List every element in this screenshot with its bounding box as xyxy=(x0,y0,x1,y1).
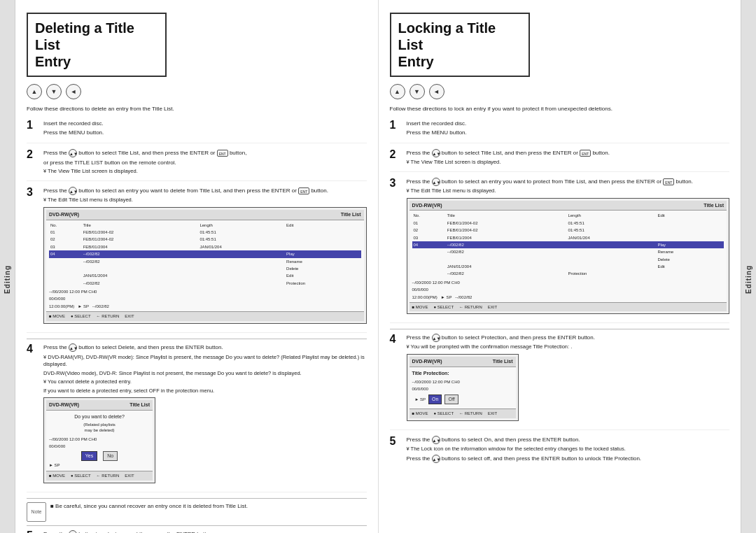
tv-prot-body: Title Protection: --/00/2000 12:00 PM CH… xyxy=(410,367,516,408)
right-tv-list-table: No.TitleLengthEdit 01FEB/01/2004-0201:45… xyxy=(412,212,724,278)
left-step-2: 2 Press the ▲▼ button to select Title Li… xyxy=(27,149,367,182)
right-step-5-content: Press the ▲▼ buttons to select On, and t… xyxy=(407,436,730,465)
right-step-5-number: 5 xyxy=(390,436,402,447)
main-content: Deleting a Title List Entry ▲ ▼ ◄ Follow… xyxy=(15,0,741,533)
right-up-icon: ▲ xyxy=(390,84,405,99)
enter-icon: ENT xyxy=(217,150,228,157)
right-step-3-number: 3 xyxy=(390,178,402,189)
left-note-box: Note ■ Be careful, since you cannot reco… xyxy=(27,498,367,526)
left-step-3-content: Press the ▲▼ button to select an entry y… xyxy=(43,187,367,327)
right-icons-row: ▲ ▼ ◄ xyxy=(390,84,730,99)
note-icon: Note xyxy=(27,502,46,522)
left-icons-row: ▲ ▼ ◄ xyxy=(27,84,367,99)
right-step-4-number: 4 xyxy=(390,334,402,345)
right-step-2-content: Press the ▲▼ button to select Title List… xyxy=(407,149,730,168)
r-enter-icon: ENT xyxy=(580,150,591,157)
right-divider xyxy=(390,329,730,329)
left-step-2-number: 2 xyxy=(27,149,39,160)
right-tab-label: Editing xyxy=(745,265,752,294)
tv-protection-screen: DVD-RW(VR) Title List Title Protection: … xyxy=(407,354,519,421)
left-step-4: 4 Press the ▲▼ button to select Delete, … xyxy=(27,343,367,492)
left-page: Deleting a Title List Entry ▲ ▼ ◄ Follow… xyxy=(15,0,379,533)
up-icon: ▲ xyxy=(27,84,42,99)
r-button-icon-5: ▲▼ xyxy=(432,455,440,463)
yes-button: Yes xyxy=(81,451,97,461)
left-step-5: 5 Press the ▲▼ button to select yes and … xyxy=(27,530,367,533)
right-step-2: 2 Press the ▲▼ button to select Title Li… xyxy=(390,149,730,173)
button-icon-2: ▲▼ xyxy=(69,187,77,195)
left-tab-label: Editing xyxy=(4,265,11,294)
right-step-4: 4 Press the ▲▼ button to select Protecti… xyxy=(390,334,730,429)
left-side-tab: Editing xyxy=(0,0,15,533)
on-button: On xyxy=(428,395,442,404)
left-note-text: ■ Be careful, since you cannot recover a… xyxy=(50,502,248,510)
right-tv-list-screen: DVD-RW(VR) Title List No.TitleLengthEdit… xyxy=(407,198,730,315)
tv-list-table: No.TitleLengthEdit 01FEB/01/2004-0201:45… xyxy=(49,222,361,287)
off-button: Off xyxy=(444,395,458,404)
no-button: No xyxy=(103,451,118,461)
tv-list-header: DVD-RW(VR) Title List xyxy=(46,210,364,220)
right-step-1-content: Insert the recorded disc. Press the MENU… xyxy=(407,120,730,138)
r-button-icon: ▲▼ xyxy=(432,149,440,157)
left-step-3: 3 Press the ▲▼ button to select an entry… xyxy=(27,187,367,332)
right-intro: Follow these directions to lock an entry… xyxy=(390,105,730,113)
right-title-box: Locking a Title List Entry xyxy=(390,13,530,77)
left-intro: Follow these directions to delete an ent… xyxy=(27,105,367,113)
tv-prot-buttons: ► SP On Off xyxy=(412,393,513,406)
left-divider-1 xyxy=(27,339,367,339)
left-step-4-content: Press the ▲▼ button to select Delete, an… xyxy=(43,343,367,488)
right-step-3-content: Press the ▲▼ button to select an entry y… xyxy=(407,178,730,318)
right-left-icon: ◄ xyxy=(429,84,444,99)
r-button-icon-4: ▲▼ xyxy=(432,436,440,444)
left-step-2-content: Press the ▲▼ button to select Title List… xyxy=(43,149,367,177)
left-step-1-number: 1 xyxy=(27,120,39,131)
left-page-title: Deleting a Title List Entry xyxy=(35,20,158,70)
tv-delete-screen: DVD-RW(VR) Title List Do you want to del… xyxy=(43,397,155,483)
button-icon: ▲▼ xyxy=(69,149,77,157)
down-icon: ▼ xyxy=(46,84,62,99)
right-page: Locking a Title List Entry ▲ ▼ ◄ Follow … xyxy=(379,0,741,533)
left-step-4-number: 4 xyxy=(27,343,39,355)
r-button-icon-2: ▲▼ xyxy=(432,178,440,186)
right-tv-list-body: No.TitleLengthEdit 01FEB/01/2004-0201:45… xyxy=(410,211,727,302)
right-down-icon: ▼ xyxy=(410,84,425,99)
tv-delete-footer: ■ MOVE ● SELECT ← RETURN EXIT xyxy=(46,471,153,480)
right-step-2-number: 2 xyxy=(390,149,402,160)
right-step-1-number: 1 xyxy=(390,120,402,131)
right-step-1: 1 Insert the recorded disc. Press the ME… xyxy=(390,120,730,143)
left-step-1-content: Insert the recorded disc. Press the MENU… xyxy=(43,120,367,138)
r-enter-icon-2: ENT xyxy=(663,178,674,185)
tv-delete-header: DVD-RW(VR) Title List xyxy=(46,400,153,411)
tv-list-body: No.TitleLengthEdit 01FEB/01/2004-0201:45… xyxy=(46,220,364,312)
left-step-1: 1 Insert the recorded disc. Press the ME… xyxy=(27,120,367,143)
left-icon: ◄ xyxy=(66,84,81,99)
right-tv-list-footer: ■ MOVE ● SELECT ← RETURN EXIT xyxy=(410,302,727,311)
left-step-3-number: 3 xyxy=(27,187,39,198)
tv-prot-footer: ■ MOVE ● SELECT ← RETURN EXIT xyxy=(410,408,516,418)
enter-icon-2: ENT xyxy=(298,187,309,194)
right-page-title: Locking a Title List Entry xyxy=(398,20,522,70)
left-step-5-number: 5 xyxy=(27,530,39,533)
left-tv-list-screen: DVD-RW(VR) Title List No.TitleLengthEdit… xyxy=(43,207,367,324)
tv-prot-header: DVD-RW(VR) Title List xyxy=(410,357,516,367)
page-container: Editing Deleting a Title List Entry ▲ ▼ … xyxy=(0,0,756,533)
r-button-icon-3: ▲▼ xyxy=(432,334,440,342)
right-tv-list-header: DVD-RW(VR) Title List xyxy=(410,201,727,211)
right-step-5: 5 Press the ▲▼ buttons to select On, and… xyxy=(390,436,730,469)
left-title-box: Deleting a Title List Entry xyxy=(27,13,167,77)
right-side-tab: Editing xyxy=(741,0,756,533)
right-step-4-content: Press the ▲▼ button to select Protection… xyxy=(407,334,730,425)
button-icon-4: ▲▼ xyxy=(69,530,77,533)
tv-list-footer: ■ MOVE ● SELECT ← RETURN EXIT xyxy=(46,311,364,320)
tv-delete-body: Do you want to delete? (Related playlist… xyxy=(46,411,153,471)
right-step-3: 3 Press the ▲▼ button to select an entry… xyxy=(390,178,730,323)
left-step-5-content: Press the ▲▼ button to select yes and th… xyxy=(43,530,367,533)
button-icon-3: ▲▼ xyxy=(69,343,77,352)
